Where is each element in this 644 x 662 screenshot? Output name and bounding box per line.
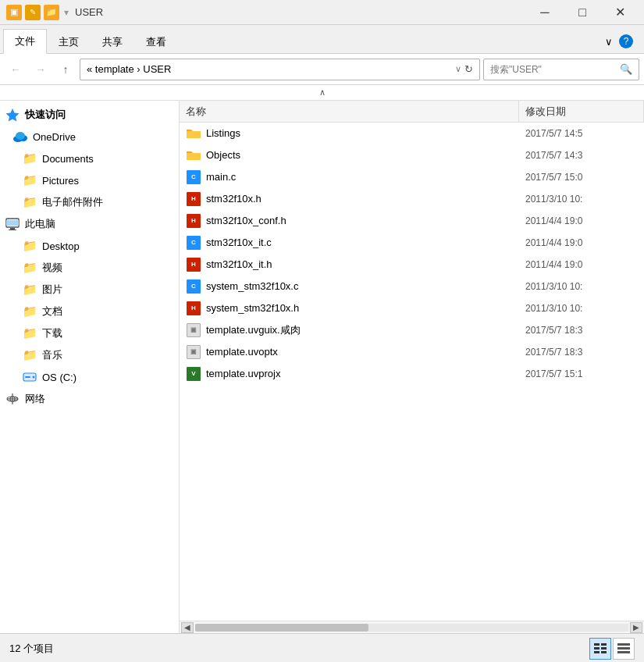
back-button[interactable]: ← [5, 59, 27, 80]
search-box[interactable]: 🔍 [483, 59, 639, 80]
sidebar-item-photos[interactable]: 📁 图片 [0, 279, 179, 301]
details-view-icon [594, 643, 607, 654]
svg-rect-18 [601, 647, 607, 650]
search-input[interactable] [490, 64, 620, 75]
details-view-button[interactable] [589, 638, 611, 660]
svg-rect-15 [594, 643, 600, 646]
folder-icon [186, 126, 201, 141]
sidebar-item-desktop[interactable]: 📁 Desktop [0, 235, 179, 257]
column-toggle-bar[interactable]: ∧ [0, 85, 644, 101]
column-header-name[interactable]: 名称 [180, 101, 519, 122]
file-name: system_stm32f10x.h [206, 302, 299, 314]
sidebar-item-this-pc[interactable]: 此电脑 [0, 213, 179, 235]
pictures-folder-icon: 📁 [22, 173, 37, 188]
onedrive-icon [12, 129, 28, 144]
file-date: 2017/5/7 15:1 [519, 368, 644, 379]
file-date: 2017/5/7 14:3 [519, 150, 644, 161]
this-pc-label: 此电脑 [25, 217, 55, 231]
downloads-label: 下载 [42, 326, 62, 340]
table-row[interactable]: ▣ template.uvguix.咸肉 2017/5/7 18:3 [180, 319, 644, 341]
app-icon-2: ✎ [25, 5, 41, 20]
file-date: 2017/5/7 15:0 [519, 172, 644, 183]
docs-folder-icon: 📁 [22, 304, 37, 319]
forward-button[interactable]: → [30, 59, 52, 80]
c-file-icon: C [186, 279, 201, 294]
table-row[interactable]: H stm32f10x_conf.h 2011/4/4 19:0 [180, 210, 644, 232]
table-row[interactable]: C system_stm32f10x.c 2011/3/10 10: [180, 276, 644, 297]
file-name: stm32f10x_it.c [206, 237, 272, 248]
sidebar-item-quick-access[interactable]: 快速访问 [0, 104, 179, 126]
scroll-thumb[interactable] [195, 624, 368, 632]
column-header-date[interactable]: 修改日期 [519, 101, 644, 122]
close-button[interactable]: ✕ [602, 0, 638, 25]
sidebar-item-music[interactable]: 📁 音乐 [0, 344, 179, 366]
this-pc-icon [5, 216, 20, 232]
table-row[interactable]: H stm32f10x_it.h 2011/4/4 19:0 [180, 254, 644, 276]
os-drive-icon [22, 369, 37, 385]
scroll-right-arrow[interactable]: ▶ [630, 622, 642, 633]
scroll-track[interactable] [195, 624, 628, 632]
table-row[interactable]: C stm32f10x_it.c 2011/4/4 19:0 [180, 232, 644, 254]
file-list: Listings 2017/5/7 14:5 Objects 2017/5/7 … [180, 123, 644, 621]
file-date: 2017/5/7 18:3 [519, 347, 644, 358]
help-button[interactable]: ? [619, 34, 633, 48]
address-path[interactable]: « template › USER ∨ ↻ [80, 59, 480, 80]
desktop-folder-icon: 📁 [22, 238, 37, 254]
collapse-arrow-icon[interactable]: ∧ [319, 87, 326, 98]
file-name-cell: V template.uvprojx [180, 366, 519, 382]
table-row[interactable]: ▣ template.uvoptx 2017/5/7 18:3 [180, 341, 644, 363]
sidebar-item-downloads[interactable]: 📁 下载 [0, 322, 179, 344]
file-name-cell: C stm32f10x_it.c [180, 235, 519, 251]
sidebar-item-pictures[interactable]: 📁 Pictures [0, 169, 179, 191]
horizontal-scrollbar[interactable]: ◀ ▶ [180, 621, 644, 633]
table-row[interactable]: Listings 2017/5/7 14:5 [180, 123, 644, 144]
path-text: « template › USER [87, 63, 452, 75]
table-row[interactable]: V template.uvprojx 2017/5/7 15:1 [180, 363, 644, 385]
tab-share[interactable]: 共享 [91, 30, 134, 54]
svg-rect-20 [601, 651, 607, 653]
sidebar-item-documents[interactable]: 📁 Documents [0, 148, 179, 169]
svg-point-9 [33, 376, 35, 379]
tab-view[interactable]: 查看 [134, 30, 178, 54]
sidebar-item-onedrive[interactable]: OneDrive [0, 126, 179, 148]
table-row[interactable]: H stm32f10x.h 2011/3/10 10: [180, 188, 644, 210]
sidebar-item-email-attachments[interactable]: 📁 电子邮件附件 [0, 191, 179, 213]
sidebar-item-docs[interactable]: 📁 文档 [0, 301, 179, 322]
file-name-cell: H stm32f10x_it.h [180, 257, 519, 272]
search-icon[interactable]: 🔍 [620, 63, 632, 75]
path-refresh-icon[interactable]: ↻ [464, 63, 473, 75]
file-date: 2011/4/4 19:0 [519, 237, 644, 248]
list-view-icon [617, 643, 630, 654]
svg-rect-19 [594, 651, 600, 653]
title-separator: ▾ [64, 7, 69, 18]
documents-label: Documents [42, 153, 94, 165]
table-row[interactable]: H system_stm32f10x.h 2011/3/10 10: [180, 297, 644, 319]
tab-file[interactable]: 文件 [3, 29, 47, 54]
table-row[interactable]: C main.c 2017/5/7 15:0 [180, 166, 644, 188]
file-date: 2011/3/10 10: [519, 303, 644, 314]
sidebar-item-network[interactable]: 网络 [0, 388, 179, 410]
c-file-icon: C [186, 235, 201, 251]
list-view-button[interactable] [613, 638, 635, 660]
file-name: template.uvoptx [206, 346, 278, 358]
maximize-button[interactable]: □ [564, 0, 600, 25]
sidebar-item-videos[interactable]: 📁 视频 [0, 257, 179, 279]
quick-access-icon [5, 107, 20, 123]
sidebar: 快速访问 OneDrive 📁 Documents 📁 Pictures 📁 电… [0, 101, 180, 633]
up-button[interactable]: ↑ [55, 59, 76, 80]
tab-home[interactable]: 主页 [47, 30, 91, 54]
table-row[interactable]: Objects 2017/5/7 14:3 [180, 144, 644, 166]
path-dropdown-icon[interactable]: ∨ [455, 64, 461, 74]
h-file-icon: H [186, 213, 201, 229]
file-date: 2011/3/10 10: [519, 194, 644, 205]
videos-folder-icon: 📁 [22, 260, 37, 276]
file-name: main.c [206, 171, 236, 183]
scroll-left-arrow[interactable]: ◀ [181, 622, 194, 633]
music-label: 音乐 [42, 348, 62, 362]
ribbon-chevron[interactable]: ∨ ? [597, 30, 641, 53]
minimize-button[interactable]: ─ [527, 0, 563, 25]
sidebar-item-os-drive[interactable]: OS (C:) [0, 366, 179, 388]
videos-label: 视频 [42, 261, 62, 275]
generic-file-icon: ▣ [186, 322, 201, 338]
file-name: Listings [206, 127, 240, 139]
